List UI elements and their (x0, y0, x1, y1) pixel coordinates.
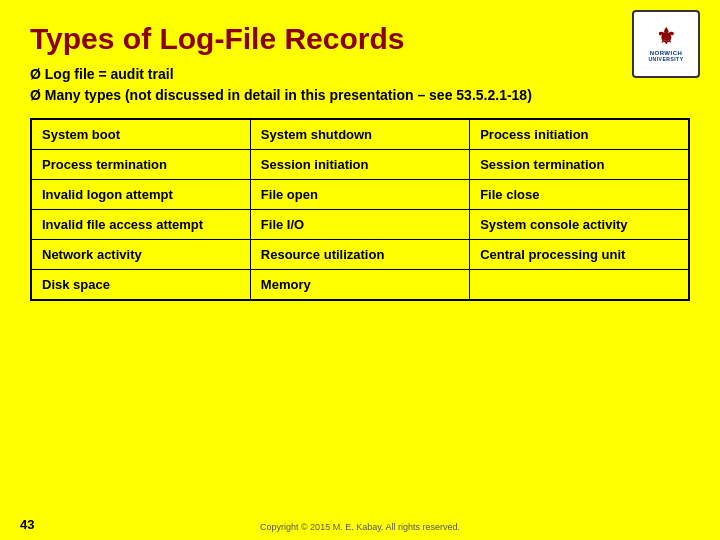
cell-r5c1: Memory (250, 270, 469, 301)
cell-r2c1: File open (250, 180, 469, 210)
table-row: Invalid file access attempt File I/O Sys… (31, 210, 689, 240)
bullet-1: Log file = audit trail (30, 64, 690, 85)
cell-r5c2 (470, 270, 689, 301)
footer: Copyright © 2015 M. E. Kabay. All rights… (0, 522, 720, 532)
cell-r2c2: File close (470, 180, 689, 210)
cell-r4c0: Network activity (31, 240, 250, 270)
table-row: Network activity Resource utilization Ce… (31, 240, 689, 270)
cell-r0c0: System boot (31, 119, 250, 150)
logo-sub: UNIVERSITY (648, 56, 683, 62)
slide: ⚜ NORWICH UNIVERSITY Types of Log-File R… (0, 0, 720, 540)
bullets-section: Log file = audit trail Many types (not d… (30, 64, 690, 106)
cell-r4c1: Resource utilization (250, 240, 469, 270)
cell-r1c2: Session termination (470, 150, 689, 180)
copyright-text: Copyright © 2015 M. E. Kabay. All rights… (260, 522, 460, 532)
table-row: System boot System shutdown Process init… (31, 119, 689, 150)
cell-r3c0: Invalid file access attempt (31, 210, 250, 240)
cell-r3c2: System console activity (470, 210, 689, 240)
table-row: Process termination Session initiation S… (31, 150, 689, 180)
cell-r3c1: File I/O (250, 210, 469, 240)
cell-r1c1: Session initiation (250, 150, 469, 180)
slide-title: Types of Log-File Records (30, 22, 690, 56)
cell-r5c0: Disk space (31, 270, 250, 301)
cell-r0c1: System shutdown (250, 119, 469, 150)
cell-r4c2: Central processing unit (470, 240, 689, 270)
cell-r1c0: Process termination (31, 150, 250, 180)
logo-emblem: ⚜ (656, 26, 676, 48)
university-logo: ⚜ NORWICH UNIVERSITY (632, 10, 700, 78)
cell-r0c2: Process initiation (470, 119, 689, 150)
table-row: Disk space Memory (31, 270, 689, 301)
cell-r2c0: Invalid logon attempt (31, 180, 250, 210)
log-types-table: System boot System shutdown Process init… (30, 118, 690, 301)
table-row: Invalid logon attempt File open File clo… (31, 180, 689, 210)
bullet-2: Many types (not discussed in detail in t… (30, 85, 690, 106)
